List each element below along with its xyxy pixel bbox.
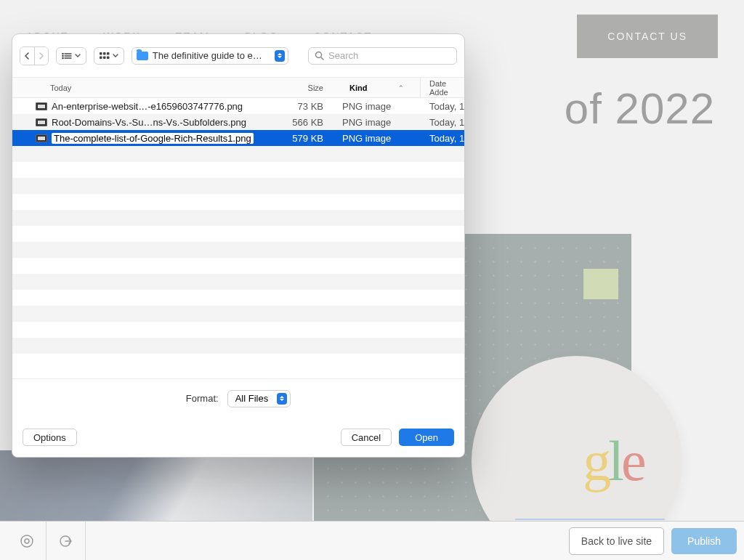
search-icon <box>315 51 324 60</box>
format-label: Format: <box>186 393 219 404</box>
file-kind: PNG image <box>333 130 421 146</box>
file-row[interactable]: An-enterprise-websit…-e1659603747776.png… <box>12 98 464 114</box>
file-date: Today, 11 <box>421 114 464 130</box>
svg-point-15 <box>25 539 29 543</box>
back-to-live-button[interactable]: Back to live site <box>569 527 664 555</box>
file-size: 73 KB <box>259 98 333 114</box>
format-select[interactable]: All Files <box>227 390 291 407</box>
options-button[interactable]: Options <box>23 429 77 446</box>
settings-gear-button[interactable] <box>7 522 46 561</box>
dialog-toolbar: The definitive guide to e… <box>12 34 464 78</box>
col-date-header[interactable]: Date Adde <box>421 78 464 97</box>
file-name: An-enterprise-websit…-e1659603747776.png <box>52 101 243 112</box>
empty-row <box>12 290 464 306</box>
empty-row <box>12 210 464 226</box>
svg-point-3 <box>62 53 63 54</box>
dialog-actions: Options Cancel Open <box>12 418 464 457</box>
file-list: An-enterprise-websit…-e1659603747776.png… <box>12 98 464 378</box>
chevron-down-icon <box>113 54 118 58</box>
svg-point-5 <box>62 57 63 58</box>
format-row: Format: All Files <box>12 378 464 418</box>
empty-row <box>12 178 464 194</box>
empty-row <box>12 162 464 178</box>
file-size: 566 KB <box>259 114 333 130</box>
editor-bottom-bar: Back to live site Publish <box>0 521 744 560</box>
svg-rect-7 <box>103 52 106 55</box>
search-input[interactable] <box>328 50 450 61</box>
publish-button[interactable]: Publish <box>671 528 737 554</box>
updown-icon <box>277 393 287 405</box>
empty-row <box>12 258 464 274</box>
nav-back-button[interactable] <box>20 47 34 65</box>
image-file-icon <box>36 102 47 110</box>
file-row[interactable]: Root-Domains-Vs.-Su…ns-Vs.-Subfolders.pn… <box>12 114 464 130</box>
cancel-button[interactable]: Cancel <box>341 429 392 446</box>
search-field-wrap[interactable] <box>308 47 457 65</box>
file-date: Today, 11 <box>421 98 464 114</box>
file-row[interactable]: The-complete-list-of-Google-Rich-Results… <box>12 130 464 146</box>
empty-row <box>12 226 464 242</box>
nav-back-forward-group <box>20 46 49 65</box>
svg-rect-10 <box>103 56 106 59</box>
column-headers: Today Size Kind ⌃ Date Adde <box>12 78 464 98</box>
updown-icon <box>275 50 285 62</box>
col-kind-header[interactable]: Kind ⌃ <box>333 78 421 97</box>
empty-row <box>12 322 464 338</box>
empty-row <box>12 274 464 290</box>
folder-icon <box>137 52 148 60</box>
file-name: The-complete-list-of-Google-Rich-Results… <box>52 133 254 144</box>
sort-caret-icon: ⌃ <box>398 84 404 92</box>
nav-forward-button[interactable] <box>34 47 48 65</box>
grid-view-toggle[interactable] <box>94 47 124 65</box>
format-value: All Files <box>235 393 269 404</box>
svg-point-14 <box>21 535 33 547</box>
svg-rect-11 <box>107 56 110 59</box>
file-kind: PNG image <box>333 98 421 114</box>
grid-icon <box>100 52 110 60</box>
empty-row <box>12 194 464 210</box>
svg-rect-6 <box>100 52 102 55</box>
list-view-toggle[interactable] <box>56 47 86 65</box>
path-label: The definitive guide to e… <box>153 50 270 61</box>
empty-row <box>12 338 464 354</box>
gear-icon <box>20 534 34 548</box>
svg-point-4 <box>62 55 63 56</box>
image-file-icon <box>36 134 47 142</box>
path-dropdown[interactable]: The definitive guide to e… <box>132 47 288 65</box>
chevron-down-icon <box>75 54 81 58</box>
file-name: Root-Domains-Vs.-Su…ns-Vs.-Subfolders.pn… <box>52 117 246 128</box>
empty-row <box>12 306 464 322</box>
export-button[interactable] <box>46 522 86 561</box>
image-file-icon <box>36 118 47 126</box>
svg-line-13 <box>321 57 323 60</box>
empty-row <box>12 146 464 162</box>
file-size: 579 KB <box>259 130 333 146</box>
svg-rect-8 <box>107 52 110 55</box>
file-kind: PNG image <box>333 114 421 130</box>
svg-rect-9 <box>100 56 102 59</box>
empty-row <box>12 242 464 258</box>
col-size-header[interactable]: Size <box>259 78 333 97</box>
export-icon <box>59 534 73 548</box>
col-name-header[interactable]: Today <box>12 78 259 97</box>
list-icon <box>62 52 72 60</box>
open-button[interactable]: Open <box>399 429 454 446</box>
file-open-dialog: The definitive guide to e… Today Size Ki… <box>12 33 465 458</box>
file-date: Today, 11 <box>421 130 464 146</box>
empty-row <box>12 354 464 370</box>
